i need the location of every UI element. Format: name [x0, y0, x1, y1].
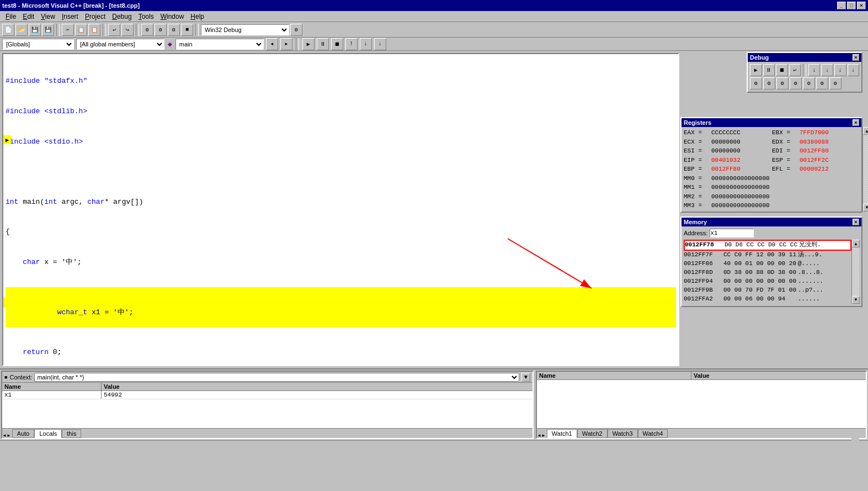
build2-button[interactable]: ⚙	[155, 24, 167, 36]
reg-scroll-down[interactable]: ▼	[863, 204, 868, 212]
mem-addr-1: 0012FF7F	[684, 251, 723, 260]
debug-title: Debug	[750, 54, 769, 61]
vars-tabs-icon: ◄►	[2, 433, 11, 438]
code-editor[interactable]: #include "stdafx.h" #include <stdlib.h> …	[2, 53, 679, 366]
mem-addr-4: 0012FF94	[684, 277, 723, 286]
close-button[interactable]: ×	[857, 2, 866, 9]
stop-button[interactable]: ■	[181, 24, 193, 36]
tab-watch2[interactable]: Watch2	[577, 429, 608, 438]
tab-watch4[interactable]: Watch4	[638, 429, 668, 438]
registers-panel: Registers × EAX = CCCCCCCC EBX = 7FFD700…	[680, 117, 862, 213]
save-button[interactable]: 💾	[29, 24, 41, 36]
vars-table: x1 54992	[2, 391, 532, 428]
registers-title: Registers	[684, 119, 711, 126]
sep2	[103, 24, 106, 36]
menu-edit[interactable]: Edit	[19, 12, 38, 21]
config-combo[interactable]: Win32 Debug	[201, 24, 289, 35]
dbg-btn5[interactable]: ↓	[808, 64, 821, 76]
tab-this[interactable]: this	[62, 429, 81, 438]
paste-button[interactable]: 📋	[88, 24, 100, 36]
reg-eip-val: 00401032	[711, 156, 772, 165]
context-combo[interactable]: main(int, char * *)	[34, 373, 519, 382]
menu-window[interactable]: Window	[157, 12, 188, 21]
undo-button[interactable]: ↩	[108, 24, 120, 36]
cut-button[interactable]: ✂	[62, 24, 74, 36]
nav-right[interactable]: ►	[280, 38, 292, 50]
dbg-btn12[interactable]: ⚙	[790, 77, 802, 89]
dbg-btn2[interactable]: ⏸	[763, 64, 775, 76]
dbg-btn10[interactable]: ⚙	[763, 77, 775, 89]
scope-combo[interactable]: [Globals]	[2, 39, 74, 50]
memory-titlebar: Memory ×	[681, 218, 861, 226]
reg-scroll-up[interactable]: ▲	[863, 127, 868, 135]
dbg-btn4[interactable]: ↩	[789, 64, 801, 76]
debug-run[interactable]: ▶	[302, 38, 315, 50]
menu-project[interactable]: Project	[82, 12, 109, 21]
tab-watch3[interactable]: Watch3	[608, 429, 638, 438]
menu-tools[interactable]: Tools	[135, 12, 157, 21]
dbg-btn3[interactable]: ⏹	[776, 64, 788, 76]
dbg-btn11[interactable]: ⚙	[776, 77, 789, 89]
dbg-btn15[interactable]: ⚙	[829, 77, 842, 89]
mem-scroll-up[interactable]: ▲	[852, 240, 860, 247]
dbg-btn13[interactable]: ⚙	[803, 77, 815, 89]
menu-debug[interactable]: Debug	[109, 12, 135, 21]
debug-pause[interactable]: ⏸	[317, 38, 329, 50]
reg-esi-name: ESI =	[684, 146, 711, 156]
mem-ascii-1: 汤...9.	[798, 251, 822, 260]
mem-hex-2: 40 00 01 00 00 00 20	[723, 260, 798, 268]
save-all-button[interactable]: 💾	[42, 24, 54, 36]
code-line-7: char x = '中';	[6, 257, 676, 267]
memory-close[interactable]: ×	[853, 219, 859, 225]
debug-step[interactable]: ↓	[360, 38, 372, 50]
dbg-btn8[interactable]: ↓	[848, 64, 860, 76]
menu-insert[interactable]: Insert	[58, 12, 82, 21]
menu-view[interactable]: View	[38, 12, 58, 21]
title-bar: test8 - Microsoft Visual C++ [break] - […	[0, 0, 868, 11]
members-combo[interactable]: [All global members]	[76, 39, 164, 50]
reg-mm2-name: MM2 =	[684, 192, 711, 202]
build-button[interactable]: ⚙	[141, 24, 153, 36]
mem-scroll-down[interactable]: ▼	[852, 296, 860, 304]
copy-button[interactable]: 📋	[75, 24, 87, 36]
minimize-button[interactable]: _	[837, 2, 846, 9]
debug-toolbar: ▶ ⏸ ⏹ ↩ ↓ ↓ ↓ ↓ ⚙ ⚙ ⚙ ⚙ ⚙ ⚙ ⚙	[748, 62, 861, 92]
vars-context-bar: ■ Context: main(int, char * *) ▼	[2, 372, 532, 383]
dbg-btn6[interactable]: ↓	[821, 64, 833, 76]
menu-file[interactable]: File	[2, 12, 19, 21]
dbg-btn7[interactable]: ↓	[834, 64, 846, 76]
sep5	[296, 38, 299, 50]
open-button[interactable]: 📂	[15, 24, 28, 36]
mem-addr-2: 0012FF86	[684, 260, 723, 268]
function-combo[interactable]: main	[175, 39, 264, 50]
context-btn[interactable]: ▼	[521, 373, 530, 382]
reg-row-7: MM1 = 0000000000000000	[684, 183, 860, 192]
memory-rows-container: 0012FF78 D0 D6 CC CC D0 CC CC 兄没刑. 0012F…	[684, 240, 859, 304]
debug-close[interactable]: ×	[853, 54, 859, 61]
dbg-sep1	[803, 64, 806, 76]
memory-panel: Memory × Address: 0012FF78 D0 D6 CC CC D…	[680, 217, 862, 307]
registers-close[interactable]: ×	[853, 119, 859, 126]
redo-button[interactable]: ↪	[121, 24, 134, 36]
dbg-btn1[interactable]: ▶	[750, 64, 762, 76]
mem-ascii-4: .......	[798, 277, 823, 286]
memory-addr-input[interactable]	[710, 229, 754, 237]
tab-auto[interactable]: Auto	[12, 429, 35, 438]
dbg-btn14[interactable]: ⚙	[816, 77, 828, 89]
tab-watch1[interactable]: Watch1	[547, 429, 577, 438]
menu-help[interactable]: Help	[187, 12, 207, 21]
debug-step2[interactable]: ↓	[374, 38, 386, 50]
config-btn[interactable]: ⚙	[290, 24, 302, 36]
debug-row1: ▶ ⏸ ⏹ ↩ ↓ ↓ ↓ ↓	[750, 64, 859, 76]
debug-stop[interactable]: ⏹	[331, 38, 343, 50]
tab-locals[interactable]: Locals	[34, 429, 62, 438]
new-button[interactable]: 📄	[2, 24, 14, 36]
reg-mm2-val: 0000000000000000	[711, 192, 772, 202]
build3-button[interactable]: ⚙	[168, 24, 180, 36]
reg-ecx-name: ECX =	[684, 138, 711, 147]
reg-row-2: ECX = 00000000 EDX = 00380088	[684, 138, 860, 147]
dbg-btn9[interactable]: ⚙	[750, 77, 762, 89]
nav-left[interactable]: ◄	[266, 38, 278, 50]
debug-restart[interactable]: !	[345, 38, 358, 50]
maximize-button[interactable]: □	[847, 2, 856, 9]
